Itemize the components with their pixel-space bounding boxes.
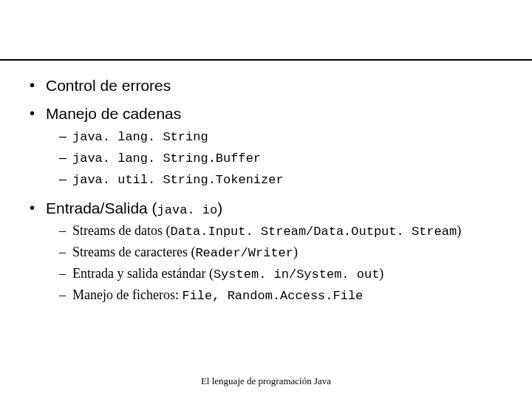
code-text: java. io: [157, 203, 218, 217]
code-text: Data.Input. Stream/Data.Output. Stream: [170, 225, 457, 239]
bullet-text: Entrada/Salida (: [46, 200, 157, 216]
sub-item: Streams de caracteres (Reader/Writer): [59, 243, 502, 262]
sub-text: ): [293, 245, 298, 259]
code-text: File, Random.Access.File: [182, 289, 363, 303]
slide: Control de errores Manejo de cadenas jav…: [0, 0, 532, 399]
code-text: Reader/Writer: [195, 246, 293, 260]
sub-text: ): [457, 223, 461, 238]
sub-text: Entrada y salida estándar (: [72, 266, 214, 281]
sub-text: Streams de datos (: [72, 223, 170, 238]
code-text: java. util. String.Tokenizer: [72, 173, 284, 187]
bullet-text: ): [217, 200, 222, 216]
code-text: System. in/System. out: [214, 267, 379, 282]
sub-item: Entrada y salida estándar (System. in/Sy…: [59, 265, 502, 284]
sub-item: java. lang. String: [59, 127, 502, 146]
bullet-list-level1: Control de errores Manejo de cadenas jav…: [30, 77, 502, 305]
code-text: java. lang. String: [72, 130, 208, 144]
title-spacer: [0, 0, 532, 59]
bullet-text: Manejo de cadenas: [46, 105, 181, 122]
sub-item: java. lang. String.Buffer: [59, 149, 502, 168]
sub-text: ): [379, 266, 383, 281]
bullet-list-level2: java. lang. String java. lang. String.Bu…: [46, 127, 502, 189]
sub-item: java. util. String.Tokenizer: [59, 170, 502, 189]
sub-item: Streams de datos (Data.Input. Stream/Dat…: [59, 222, 502, 241]
sub-item: Manejo de ficheros: File, Random.Access.…: [59, 286, 502, 305]
bullet-text: Control de errores: [46, 77, 171, 94]
slide-footer: El lenguaje de programación Java: [0, 369, 532, 399]
bullet-item-errors: Control de errores: [30, 77, 502, 95]
bullet-list-level2: Streams de datos (Data.Input. Stream/Dat…: [46, 222, 502, 305]
code-text: java. lang. String.Buffer: [72, 151, 261, 166]
sub-text: Streams de caracteres (: [72, 245, 195, 259]
sub-text: Manejo de ficheros:: [72, 287, 182, 302]
divider-rule: [0, 59, 532, 61]
content-area: Control de errores Manejo de cadenas jav…: [0, 69, 532, 369]
bullet-item-strings: Manejo de cadenas java. lang. String jav…: [30, 105, 502, 189]
bullet-item-io: Entrada/Salida (java. io) Streams de dat…: [30, 200, 502, 305]
